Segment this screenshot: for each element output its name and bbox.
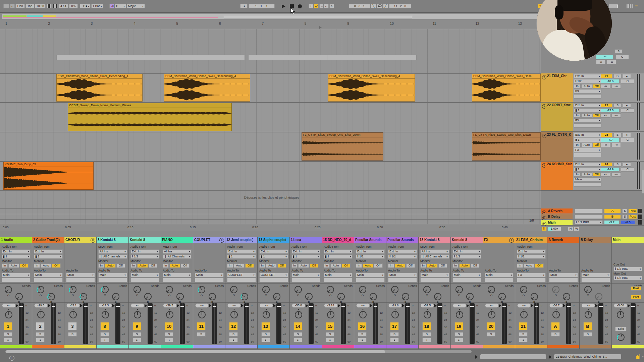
return-delay-field[interactable] <box>575 215 603 219</box>
track-activator[interactable]: 21 <box>601 74 612 78</box>
volume-db-field[interactable]: -∞ <box>582 303 595 308</box>
send-b-field[interactable]: -∞ <box>611 113 621 118</box>
input-routing-menu[interactable]: Ext. In <box>259 249 288 254</box>
solo-button[interactable]: S <box>551 332 560 337</box>
track-activator[interactable]: 12 <box>229 322 238 330</box>
info-view-toggle[interactable]: i <box>9 356 14 361</box>
volume-db-field[interactable]: -∞ <box>131 303 144 308</box>
solo-button[interactable]: S <box>622 209 628 213</box>
arm-button[interactable]: ● <box>623 162 631 167</box>
loop-switch[interactable] <box>377 4 382 8</box>
monitor-auto-button[interactable]: Auto <box>581 172 592 177</box>
main-output-menu[interactable]: ‖ 1/2 IRIG <box>575 220 603 225</box>
output-routing-menu[interactable]: Main <box>356 273 385 277</box>
follow-button[interactable]: ➔ <box>240 4 248 8</box>
nudge-up-icon[interactable] <box>52 4 58 8</box>
delay-field[interactable] <box>2 278 31 282</box>
monitor-off-button[interactable]: Off <box>342 263 351 268</box>
track-header[interactable]: ▾24 KSHMR_SubExt. In▮ 1InAutoOffMain24S●… <box>541 162 644 191</box>
preview-play-icon[interactable] <box>475 355 478 359</box>
mini-clip[interactable] <box>56 55 245 60</box>
solo-button[interactable]: S <box>229 332 238 337</box>
solo-button[interactable]: S <box>613 103 622 108</box>
solo-button[interactable]: S <box>293 332 302 337</box>
monitor-off-button[interactable]: Off <box>149 263 157 268</box>
track-activator[interactable]: 1 <box>4 322 12 330</box>
solo-button[interactable]: S <box>261 332 270 337</box>
output-routing-menu[interactable]: Main <box>324 273 353 277</box>
pan-knob[interactable] <box>294 310 303 320</box>
pan-knob[interactable] <box>230 310 238 320</box>
output-routing-menu[interactable]: Main <box>452 273 481 277</box>
mixer-track-title[interactable]: 8 Kontakt 8 <box>97 237 128 243</box>
arrangement-overview[interactable] <box>2 14 539 20</box>
monitor-in-button[interactable]: In <box>517 263 523 268</box>
delay-field[interactable] <box>356 278 385 282</box>
volume-fader[interactable] <box>83 303 88 344</box>
pan-knob[interactable] <box>37 310 45 320</box>
monitor-off-button[interactable]: Off <box>593 113 601 118</box>
new-midi-button[interactable]: + <box>309 4 313 8</box>
track-title[interactable]: ▾23 FL_CYTR_K <box>541 132 573 161</box>
send-a-field[interactable]: -∞ <box>601 143 610 147</box>
output-routing-menu[interactable]: Main <box>98 273 127 277</box>
horizontal-scrollbar-handle[interactable] <box>6 350 385 353</box>
arm-button[interactable]: ● <box>229 338 238 342</box>
monitor-off-button[interactable]: Off <box>593 84 601 88</box>
pan-field[interactable]: C <box>621 79 634 83</box>
solo-button[interactable]: S <box>100 332 109 337</box>
session-record-prepare-button[interactable]: ⌐¬ <box>324 4 329 8</box>
delay-field[interactable] <box>130 278 159 282</box>
delay-field[interactable] <box>581 278 610 282</box>
monitor-auto-button[interactable]: Auto <box>266 263 277 268</box>
arm-button[interactable]: ◑ <box>100 338 109 342</box>
monitor-in-button[interactable]: In <box>324 263 330 268</box>
delay-field[interactable] <box>452 278 481 282</box>
horizontal-scrollbar[interactable] <box>5 350 472 353</box>
track-activator[interactable]: 20 <box>487 322 495 330</box>
pan-field[interactable]: C <box>621 108 634 113</box>
keymap-midi-icon[interactable] <box>636 354 641 360</box>
arm-button[interactable]: ◑ <box>422 338 431 342</box>
mixer-track-title[interactable]: 18 Kontakt 8 <box>419 237 450 243</box>
arm-button[interactable]: ● <box>261 338 270 342</box>
zoom-amount-field[interactable]: 1.00x <box>548 227 561 231</box>
pan-knob[interactable] <box>262 310 271 320</box>
audio-clip[interactable]: FL_CYTR_Kit05_Sweep_One_Shot_Down <box>472 132 541 161</box>
arm-button[interactable]: ● <box>454 338 463 342</box>
track-activator[interactable]: 2 <box>36 322 45 330</box>
volume-db-field[interactable]: -59.5 <box>421 303 434 308</box>
delay-field[interactable] <box>291 278 320 282</box>
output-routing-menu[interactable]: Main <box>195 273 224 277</box>
track-title[interactable]: ▾24 KSHMR_Sub <box>541 162 573 190</box>
root-note-menu[interactable]: C <box>115 4 126 8</box>
solo-button[interactable]: S <box>197 332 206 337</box>
input-routing-menu[interactable]: All Ins <box>163 249 192 254</box>
pan-knob[interactable] <box>69 310 77 320</box>
solo-button[interactable]: S <box>36 332 45 337</box>
output-routing-menu[interactable]: Main <box>549 273 578 277</box>
time-ruler[interactable]: 0:000:050:100:150:200:250:300:350:40 <box>0 224 541 231</box>
input-channel-menu[interactable]: ‖ 1/2 <box>356 254 385 259</box>
volume-fader[interactable] <box>631 303 636 344</box>
monitor-in-button[interactable]: In <box>420 263 426 268</box>
beat-time-ruler[interactable]: 12345678910111213 <box>0 20 541 29</box>
pan-field[interactable]: C <box>621 167 634 172</box>
output-routing-menu[interactable]: Main <box>581 273 610 277</box>
record-button[interactable] <box>298 4 302 8</box>
monitor-auto-button[interactable]: Auto <box>105 263 116 268</box>
track-activator[interactable]: 8 <box>100 322 109 330</box>
send-a-post-toggle[interactable]: Post <box>631 286 641 291</box>
mixer-track-title[interactable]: Kontakt 8 <box>451 237 483 243</box>
mini-clip[interactable] <box>248 55 339 60</box>
volume-fader[interactable] <box>148 303 153 344</box>
send-b-field[interactable]: -∞ <box>607 60 616 64</box>
track-header[interactable]: ▾22 ORBIT_SweExt. In▮ 1InAutoOffFX22S●-1… <box>541 103 644 132</box>
punch-out-button[interactable]: ╱ <box>383 4 388 8</box>
follow-song-button[interactable]: ꔖ <box>542 227 547 231</box>
arm-button[interactable]: ● <box>4 338 12 342</box>
mixer-track-title[interactable]: PIANO <box>161 237 193 243</box>
delay-field[interactable] <box>574 153 601 157</box>
arm-button[interactable]: ● <box>358 338 367 342</box>
track-activator[interactable]: 10 <box>165 322 173 330</box>
